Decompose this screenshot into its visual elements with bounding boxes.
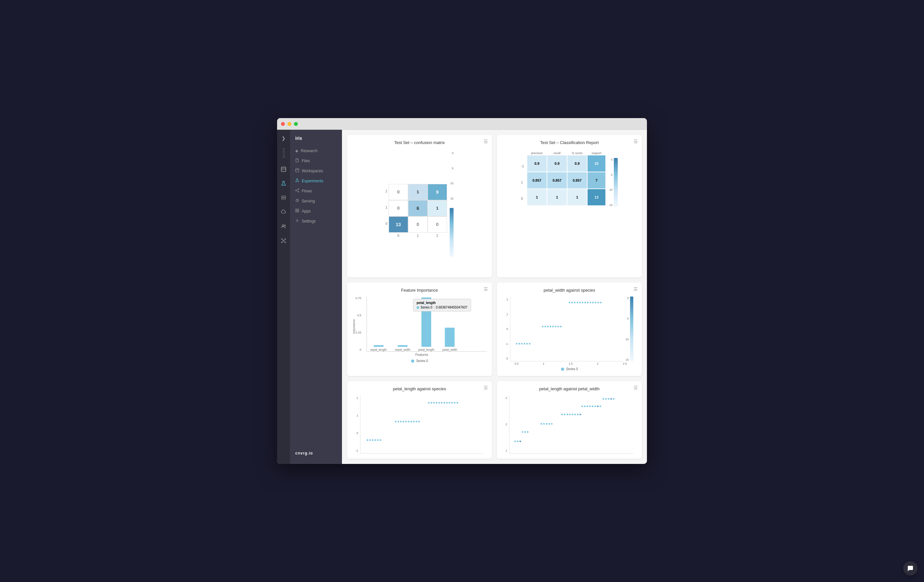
scatter-dot xyxy=(582,302,583,303)
cm-cell-0-1: 1 xyxy=(408,184,427,200)
cr-row-label-1: 1 xyxy=(521,174,526,190)
cm-cell-0-2: 9 xyxy=(427,184,447,200)
cm-grid: 0 1 9 0 6 1 13 0 0 xyxy=(389,184,447,232)
scatter-dot xyxy=(546,423,547,425)
pws-x-15: 1.5 xyxy=(569,362,573,365)
scatter-dot xyxy=(589,302,591,303)
scatter-dot xyxy=(589,406,591,407)
cm-y-labels: 2 1 0 xyxy=(385,183,388,238)
sidebar-models-icon[interactable] xyxy=(278,193,289,203)
petal-length-petal-width-menu[interactable]: ☰ xyxy=(634,385,638,390)
svg-rect-5 xyxy=(282,198,285,199)
tooltip-series-label: Series 0 xyxy=(421,306,432,309)
research-icon: ◈ xyxy=(295,148,298,153)
sidebar-item-settings[interactable]: Settings xyxy=(290,216,342,226)
sidebar-experiments-icon[interactable] xyxy=(278,178,289,189)
petal-length-species-menu[interactable]: ☰ xyxy=(484,385,488,390)
scatter-dot xyxy=(610,398,612,400)
maximize-button[interactable] xyxy=(294,122,298,126)
flows-icon xyxy=(295,188,299,193)
svg-line-15 xyxy=(282,241,283,242)
feature-importance-menu[interactable]: ☰ xyxy=(484,287,488,292)
svg-rect-17 xyxy=(295,169,299,172)
colorbar-label-5: 5 xyxy=(452,167,454,170)
scatter-dot xyxy=(560,326,562,327)
plpw-scatter-area xyxy=(509,395,633,453)
feature-importance-title: Feature Importance xyxy=(352,288,487,293)
fi-bar-sepal-length-label: sepal_length xyxy=(370,348,387,351)
sidebar-item-flows[interactable]: Flows xyxy=(290,186,342,196)
sidebar-item-serving[interactable]: Serving xyxy=(290,196,342,206)
scatter-dot xyxy=(597,406,599,407)
scatter-dot xyxy=(594,406,596,407)
close-button[interactable] xyxy=(281,122,285,126)
svg-point-12 xyxy=(285,242,286,243)
tooltip-series: Series 0 : 0.6838748455047607 xyxy=(417,306,467,309)
scatter-dot xyxy=(520,440,521,442)
cr-cell-1-recall: 0.857 xyxy=(547,172,567,188)
scatter-dot xyxy=(400,421,402,422)
scatter-dot xyxy=(577,414,579,415)
sidebar-item-apps[interactable]: Apps xyxy=(290,206,342,216)
tooltip-dot xyxy=(417,306,419,309)
sidebar-item-experiments[interactable]: Experiments xyxy=(290,176,342,186)
scatter-dot xyxy=(405,421,407,422)
svg-point-9 xyxy=(282,239,282,240)
apps-icon xyxy=(295,209,299,213)
brand-label: cnvrg.io xyxy=(295,451,337,455)
colorbar-label-10: 10 xyxy=(450,182,454,185)
experiments-label: Experiments xyxy=(302,179,323,183)
fi-bar-sepal-width: sepal_width xyxy=(395,345,411,351)
svg-line-14 xyxy=(284,240,285,241)
pws-y-m1: -1 xyxy=(505,342,508,346)
classification-report-menu[interactable]: ☰ xyxy=(634,139,638,144)
nav-sidebar: iris ◈ Research Files Workspaces xyxy=(290,130,342,464)
sidebar-item-workspaces[interactable]: Workspaces xyxy=(290,166,342,176)
cr-header-recall: recall xyxy=(547,152,567,155)
scatter-dot xyxy=(418,421,420,422)
fi-bar-sepal-length: sepal_length xyxy=(370,345,387,351)
scatter-dot xyxy=(600,302,602,303)
cm-x-labels: 0 1 2 xyxy=(389,234,447,237)
scatter-dot xyxy=(587,302,589,303)
fi-y-ticks: 0.75 0.5 0.25 0 xyxy=(356,297,361,351)
minimize-button[interactable] xyxy=(287,122,291,126)
confusion-matrix-menu[interactable]: ☰ xyxy=(484,139,488,144)
sidebar-cloud-icon[interactable] xyxy=(278,207,289,218)
sidebar-users-icon[interactable] xyxy=(278,221,289,232)
svg-point-30 xyxy=(297,220,298,221)
settings-label: Settings xyxy=(302,219,316,224)
plpw-y-labels: 3 2 1 xyxy=(505,395,507,453)
cm-y-label-1: 1 xyxy=(385,199,388,215)
nav-toggle-icon[interactable]: ❯ xyxy=(278,133,289,143)
scatter-dot xyxy=(569,414,571,415)
sidebar-item-research[interactable]: ◈ Research xyxy=(290,146,342,156)
workspaces-label: Workspaces xyxy=(302,169,323,173)
scatter-dot xyxy=(436,402,437,404)
chat-button[interactable] xyxy=(903,561,917,575)
petal-width-species-title: petal_width against species xyxy=(502,288,637,293)
scatter-dot xyxy=(552,326,554,327)
cr-cell-m1-f1: 0.9 xyxy=(568,155,587,171)
svg-point-6 xyxy=(282,225,284,226)
cm-cell-1-2: 1 xyxy=(427,200,447,216)
petal-width-species-menu[interactable]: ☰ xyxy=(634,287,638,292)
cr-cell-1-f1: 0.857 xyxy=(568,172,587,188)
fi-bar-petal-length-label: petal_length xyxy=(419,348,434,351)
scatter-dot xyxy=(454,402,455,404)
sidebar-dataset-icon[interactable] xyxy=(278,164,289,175)
cm-y-label-2: 2 xyxy=(385,183,388,199)
cr-cell-0-f1: 1 xyxy=(568,189,587,205)
cm-y-label-0: 0 xyxy=(385,215,388,232)
scatter-dot xyxy=(608,398,609,400)
titlebar xyxy=(277,118,647,130)
scatter-dot xyxy=(569,302,570,303)
scatter-dot xyxy=(602,398,604,400)
scatter-dot xyxy=(521,343,523,345)
sidebar-network-icon[interactable] xyxy=(278,236,289,246)
scatter-dot xyxy=(592,406,593,407)
scatter-dot xyxy=(457,402,458,404)
scatter-dot xyxy=(592,302,594,303)
fi-y-tick-0: 0 xyxy=(360,348,361,351)
sidebar-item-files[interactable]: Files xyxy=(290,156,342,166)
